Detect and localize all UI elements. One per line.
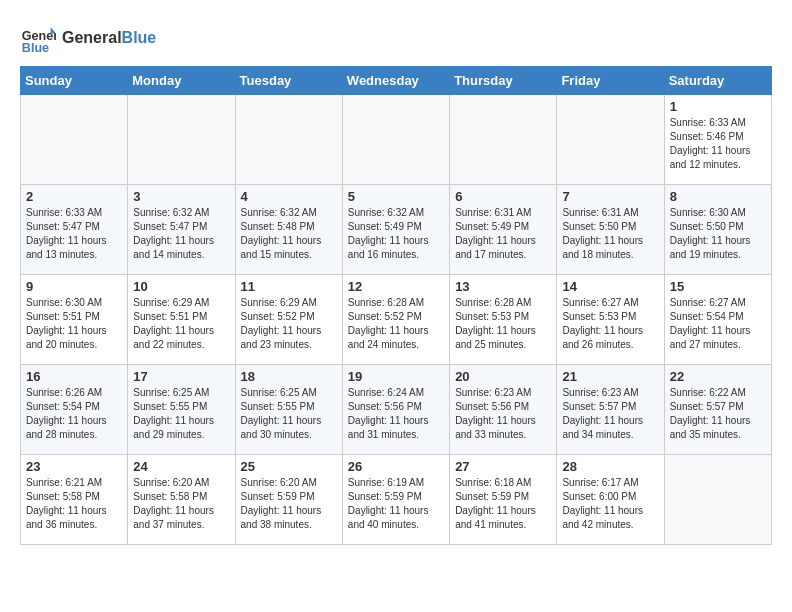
day-info: Sunrise: 6:20 AM Sunset: 5:59 PM Dayligh… (241, 476, 337, 532)
day-info: Sunrise: 6:20 AM Sunset: 5:58 PM Dayligh… (133, 476, 229, 532)
day-info: Sunrise: 6:23 AM Sunset: 5:56 PM Dayligh… (455, 386, 551, 442)
day-info: Sunrise: 6:17 AM Sunset: 6:00 PM Dayligh… (562, 476, 658, 532)
day-info: Sunrise: 6:22 AM Sunset: 5:57 PM Dayligh… (670, 386, 766, 442)
day-number: 10 (133, 279, 229, 294)
day-info: Sunrise: 6:26 AM Sunset: 5:54 PM Dayligh… (26, 386, 122, 442)
calendar-cell: 28Sunrise: 6:17 AM Sunset: 6:00 PM Dayli… (557, 455, 664, 545)
calendar-cell: 11Sunrise: 6:29 AM Sunset: 5:52 PM Dayli… (235, 275, 342, 365)
day-number: 25 (241, 459, 337, 474)
calendar-header-row: SundayMondayTuesdayWednesdayThursdayFrid… (21, 67, 772, 95)
day-number: 17 (133, 369, 229, 384)
day-info: Sunrise: 6:19 AM Sunset: 5:59 PM Dayligh… (348, 476, 444, 532)
page-header: General Blue GeneralBlue (20, 20, 772, 56)
day-info: Sunrise: 6:25 AM Sunset: 5:55 PM Dayligh… (241, 386, 337, 442)
calendar-cell: 10Sunrise: 6:29 AM Sunset: 5:51 PM Dayli… (128, 275, 235, 365)
calendar-cell: 4Sunrise: 6:32 AM Sunset: 5:48 PM Daylig… (235, 185, 342, 275)
day-info: Sunrise: 6:21 AM Sunset: 5:58 PM Dayligh… (26, 476, 122, 532)
calendar-cell: 16Sunrise: 6:26 AM Sunset: 5:54 PM Dayli… (21, 365, 128, 455)
calendar-cell: 24Sunrise: 6:20 AM Sunset: 5:58 PM Dayli… (128, 455, 235, 545)
calendar-cell (557, 95, 664, 185)
calendar-cell (450, 95, 557, 185)
calendar-week-row: 2Sunrise: 6:33 AM Sunset: 5:47 PM Daylig… (21, 185, 772, 275)
calendar-cell: 7Sunrise: 6:31 AM Sunset: 5:50 PM Daylig… (557, 185, 664, 275)
day-of-week-header: Wednesday (342, 67, 449, 95)
day-info: Sunrise: 6:24 AM Sunset: 5:56 PM Dayligh… (348, 386, 444, 442)
calendar-cell: 13Sunrise: 6:28 AM Sunset: 5:53 PM Dayli… (450, 275, 557, 365)
day-info: Sunrise: 6:28 AM Sunset: 5:52 PM Dayligh… (348, 296, 444, 352)
day-of-week-header: Monday (128, 67, 235, 95)
day-number: 9 (26, 279, 122, 294)
logo: General Blue GeneralBlue (20, 20, 156, 56)
calendar-cell: 3Sunrise: 6:32 AM Sunset: 5:47 PM Daylig… (128, 185, 235, 275)
calendar-cell: 6Sunrise: 6:31 AM Sunset: 5:49 PM Daylig… (450, 185, 557, 275)
day-info: Sunrise: 6:31 AM Sunset: 5:49 PM Dayligh… (455, 206, 551, 262)
day-number: 11 (241, 279, 337, 294)
calendar-cell: 12Sunrise: 6:28 AM Sunset: 5:52 PM Dayli… (342, 275, 449, 365)
calendar-cell: 20Sunrise: 6:23 AM Sunset: 5:56 PM Dayli… (450, 365, 557, 455)
calendar-week-row: 23Sunrise: 6:21 AM Sunset: 5:58 PM Dayli… (21, 455, 772, 545)
day-number: 8 (670, 189, 766, 204)
day-number: 22 (670, 369, 766, 384)
day-number: 4 (241, 189, 337, 204)
day-info: Sunrise: 6:31 AM Sunset: 5:50 PM Dayligh… (562, 206, 658, 262)
calendar-week-row: 1Sunrise: 6:33 AM Sunset: 5:46 PM Daylig… (21, 95, 772, 185)
day-number: 15 (670, 279, 766, 294)
calendar-cell: 14Sunrise: 6:27 AM Sunset: 5:53 PM Dayli… (557, 275, 664, 365)
logo-icon: General Blue (20, 20, 56, 56)
calendar-cell: 22Sunrise: 6:22 AM Sunset: 5:57 PM Dayli… (664, 365, 771, 455)
calendar-cell (128, 95, 235, 185)
day-of-week-header: Saturday (664, 67, 771, 95)
calendar-week-row: 9Sunrise: 6:30 AM Sunset: 5:51 PM Daylig… (21, 275, 772, 365)
calendar-cell: 18Sunrise: 6:25 AM Sunset: 5:55 PM Dayli… (235, 365, 342, 455)
calendar-cell: 26Sunrise: 6:19 AM Sunset: 5:59 PM Dayli… (342, 455, 449, 545)
calendar-cell: 5Sunrise: 6:32 AM Sunset: 5:49 PM Daylig… (342, 185, 449, 275)
calendar-cell (235, 95, 342, 185)
day-info: Sunrise: 6:18 AM Sunset: 5:59 PM Dayligh… (455, 476, 551, 532)
day-number: 7 (562, 189, 658, 204)
day-of-week-header: Sunday (21, 67, 128, 95)
day-number: 19 (348, 369, 444, 384)
day-number: 14 (562, 279, 658, 294)
day-info: Sunrise: 6:33 AM Sunset: 5:47 PM Dayligh… (26, 206, 122, 262)
day-number: 2 (26, 189, 122, 204)
day-info: Sunrise: 6:32 AM Sunset: 5:47 PM Dayligh… (133, 206, 229, 262)
calendar-cell (21, 95, 128, 185)
day-info: Sunrise: 6:27 AM Sunset: 5:54 PM Dayligh… (670, 296, 766, 352)
calendar-cell: 9Sunrise: 6:30 AM Sunset: 5:51 PM Daylig… (21, 275, 128, 365)
day-of-week-header: Friday (557, 67, 664, 95)
day-number: 13 (455, 279, 551, 294)
calendar-table: SundayMondayTuesdayWednesdayThursdayFrid… (20, 66, 772, 545)
day-info: Sunrise: 6:29 AM Sunset: 5:52 PM Dayligh… (241, 296, 337, 352)
calendar-cell (664, 455, 771, 545)
calendar-cell: 1Sunrise: 6:33 AM Sunset: 5:46 PM Daylig… (664, 95, 771, 185)
day-number: 18 (241, 369, 337, 384)
day-number: 16 (26, 369, 122, 384)
day-number: 21 (562, 369, 658, 384)
calendar-cell: 23Sunrise: 6:21 AM Sunset: 5:58 PM Dayli… (21, 455, 128, 545)
day-number: 12 (348, 279, 444, 294)
day-of-week-header: Tuesday (235, 67, 342, 95)
day-number: 24 (133, 459, 229, 474)
day-number: 1 (670, 99, 766, 114)
calendar-body: 1Sunrise: 6:33 AM Sunset: 5:46 PM Daylig… (21, 95, 772, 545)
day-info: Sunrise: 6:32 AM Sunset: 5:48 PM Dayligh… (241, 206, 337, 262)
day-number: 6 (455, 189, 551, 204)
day-number: 20 (455, 369, 551, 384)
calendar-cell (342, 95, 449, 185)
day-number: 5 (348, 189, 444, 204)
calendar-cell: 8Sunrise: 6:30 AM Sunset: 5:50 PM Daylig… (664, 185, 771, 275)
day-number: 27 (455, 459, 551, 474)
calendar-cell: 27Sunrise: 6:18 AM Sunset: 5:59 PM Dayli… (450, 455, 557, 545)
day-of-week-header: Thursday (450, 67, 557, 95)
day-info: Sunrise: 6:30 AM Sunset: 5:50 PM Dayligh… (670, 206, 766, 262)
day-info: Sunrise: 6:23 AM Sunset: 5:57 PM Dayligh… (562, 386, 658, 442)
day-info: Sunrise: 6:27 AM Sunset: 5:53 PM Dayligh… (562, 296, 658, 352)
day-info: Sunrise: 6:30 AM Sunset: 5:51 PM Dayligh… (26, 296, 122, 352)
day-number: 26 (348, 459, 444, 474)
calendar-cell: 17Sunrise: 6:25 AM Sunset: 5:55 PM Dayli… (128, 365, 235, 455)
day-info: Sunrise: 6:33 AM Sunset: 5:46 PM Dayligh… (670, 116, 766, 172)
calendar-cell: 15Sunrise: 6:27 AM Sunset: 5:54 PM Dayli… (664, 275, 771, 365)
day-info: Sunrise: 6:28 AM Sunset: 5:53 PM Dayligh… (455, 296, 551, 352)
day-info: Sunrise: 6:25 AM Sunset: 5:55 PM Dayligh… (133, 386, 229, 442)
day-info: Sunrise: 6:32 AM Sunset: 5:49 PM Dayligh… (348, 206, 444, 262)
